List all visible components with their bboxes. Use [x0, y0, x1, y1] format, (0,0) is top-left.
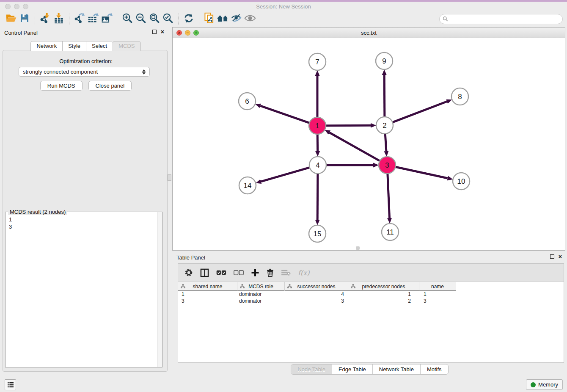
deselect-checks-icon[interactable] — [234, 270, 244, 276]
graph-edge-4-14[interactable] — [261, 168, 310, 182]
graph-node-label: 10 — [457, 177, 465, 185]
import-table-button[interactable] — [52, 13, 66, 25]
close-panel-icon[interactable]: × — [559, 254, 562, 259]
tree-icon — [351, 284, 355, 289]
network-canvas[interactable]: 7968124314101511 — [173, 39, 565, 250]
result-scrollbar[interactable] — [157, 212, 162, 367]
select-stepper-icon — [141, 69, 146, 75]
graph-edge-3-11[interactable] — [388, 174, 390, 218]
graph-edge-2-3[interactable] — [385, 134, 386, 151]
column-header-mcds-role[interactable]: MCDS role — [237, 282, 285, 291]
save-floppy-icon — [19, 13, 30, 25]
tab-mcds[interactable]: MCDS — [113, 41, 140, 51]
network-graph[interactable]: 7968124314101511 — [173, 39, 565, 251]
export-table-button[interactable] — [86, 13, 100, 25]
settings-gear-icon[interactable] — [184, 268, 193, 277]
table-row[interactable]: 1dominator411 — [178, 291, 564, 298]
panel-splitter-handle[interactable] — [168, 174, 171, 181]
table-toolbar: f(x) — [178, 264, 564, 282]
table-row[interactable]: 3dominator323 — [178, 298, 564, 304]
tab-node-table[interactable]: Node Table — [291, 364, 332, 374]
run-mcds-button[interactable]: Run MCDS — [40, 81, 83, 91]
graph-node-label: 11 — [386, 228, 394, 236]
graph-edge-2-8[interactable] — [393, 102, 447, 122]
apply-function-icon: f(x) — [298, 269, 309, 277]
zoom-selected-button[interactable] — [161, 13, 175, 25]
zoom-out-button[interactable] — [134, 13, 148, 25]
export-table-icon — [88, 13, 99, 25]
table-cell[interactable]: 3 — [178, 298, 237, 304]
tab-network[interactable]: Network — [30, 41, 63, 51]
tree-icon — [240, 284, 245, 289]
zoom-selected-icon — [162, 13, 173, 25]
node-table: f(x) shared name MCDS role successor nod… — [178, 263, 564, 363]
tab-network-table[interactable]: Network Table — [373, 364, 421, 374]
table-cell[interactable]: 2 — [348, 298, 419, 304]
save-session-button[interactable] — [18, 13, 31, 25]
refresh-button[interactable] — [182, 13, 195, 25]
horizontal-scrollbar-thumb[interactable] — [356, 246, 360, 250]
column-header-shared-name[interactable]: shared name — [178, 282, 237, 291]
search-field — [439, 14, 563, 24]
memory-button[interactable]: Memory — [526, 379, 563, 390]
graph-edge-4-15[interactable] — [317, 174, 318, 220]
graph-node-label: 14 — [244, 182, 252, 190]
result-item[interactable]: 3 — [9, 223, 159, 230]
tab-edge-table[interactable]: Edge Table — [332, 364, 373, 374]
table-cell[interactable]: dominator — [237, 291, 285, 298]
column-header-successor-nodes[interactable]: successor nodes — [285, 282, 348, 291]
export-image-button[interactable] — [100, 13, 113, 25]
tab-motifs[interactable]: Motifs — [421, 364, 448, 374]
task-list-icon — [7, 382, 14, 388]
column-header-name[interactable]: name — [419, 282, 456, 291]
graph-edge-3-10[interactable] — [396, 167, 448, 178]
table-cell[interactable]: 4 — [285, 291, 348, 298]
task-history-button[interactable] — [5, 379, 16, 390]
select-all-checks-icon[interactable] — [216, 270, 226, 276]
show-all-button[interactable] — [243, 13, 257, 25]
optimization-criterion-label: Optimization criterion: — [0, 58, 172, 64]
close-panel-icon[interactable]: × — [161, 30, 164, 34]
result-item[interactable]: 1 — [9, 216, 159, 223]
table-cell[interactable]: dominator — [237, 298, 285, 304]
search-input[interactable] — [439, 14, 563, 24]
export-network-icon — [74, 13, 85, 25]
open-file-button[interactable] — [4, 13, 18, 25]
close-panel-button[interactable]: Close panel — [88, 81, 132, 91]
table-cell[interactable]: 1 — [178, 291, 237, 298]
table-panel-title: Table Panel — [176, 254, 205, 261]
float-panel-icon[interactable] — [152, 30, 157, 34]
hide-selected-button[interactable] — [230, 13, 243, 25]
first-neighbors-button[interactable] — [216, 13, 230, 25]
criterion-select[interactable]: strongly connected component — [19, 67, 150, 77]
graph-edge-1-6[interactable] — [260, 106, 309, 123]
search-icon — [443, 16, 448, 22]
table-cell[interactable]: 1 — [419, 291, 456, 298]
network-window-titlebar[interactable]: × − + scc.txt — [173, 28, 565, 38]
insert-column-icon[interactable] — [200, 268, 209, 277]
tab-select[interactable]: Select — [86, 41, 113, 51]
graph-node-label: 4 — [316, 161, 319, 169]
table-cell[interactable]: 3 — [285, 298, 348, 304]
delete-row-trash-icon[interactable] — [267, 268, 274, 277]
graph-edge-3-1[interactable] — [330, 133, 380, 161]
app-titlebar: Session: New Session — [0, 0, 567, 12]
export-network-button[interactable] — [73, 13, 86, 25]
table-body: 1dominator4113dominator323 — [178, 291, 564, 304]
table-cell[interactable]: 3 — [419, 298, 456, 304]
add-row-icon[interactable] — [251, 268, 259, 277]
graph-edge-1-2[interactable] — [326, 125, 371, 126]
tree-icon — [287, 284, 292, 289]
table-cell[interactable]: 1 — [348, 291, 419, 298]
toolbar-separator — [69, 14, 69, 25]
eye-slash-icon — [231, 13, 242, 25]
new-network-from-selection-button[interactable] — [203, 13, 216, 25]
zoom-fit-button[interactable] — [148, 13, 161, 25]
tab-style[interactable]: Style — [62, 41, 86, 51]
graph-edge-2-9[interactable] — [384, 75, 385, 117]
table-header-row: shared name MCDS role successor nodes pr… — [178, 282, 564, 291]
column-header-predecessor-nodes[interactable]: predecessor nodes — [348, 282, 419, 291]
float-panel-icon[interactable] — [550, 254, 554, 259]
import-network-button[interactable] — [39, 13, 52, 25]
zoom-in-button[interactable] — [121, 13, 134, 25]
